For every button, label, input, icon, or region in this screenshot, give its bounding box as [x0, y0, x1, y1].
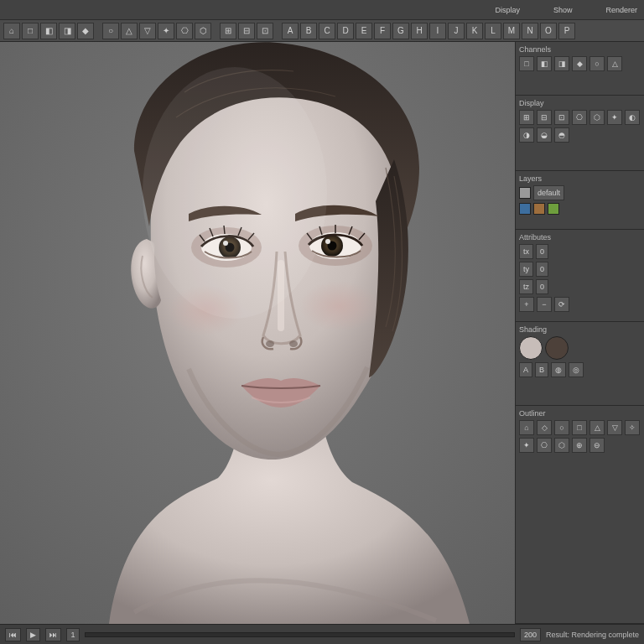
channel-button[interactable]: □	[519, 56, 534, 71]
shade-toggle[interactable]: ◍	[551, 362, 566, 377]
shelf-home-icon[interactable]: ⌂	[3, 23, 20, 39]
shelf-tool-p[interactable]: P	[558, 23, 575, 39]
panel-outliner: Outliner ⌂ ◇ ○ □ △ ▽ ✧ ✦ ⎔ ⬡ ⊕ ⊖	[516, 406, 644, 624]
menu-show[interactable]: Show	[553, 6, 573, 14]
top-menu-bar: Display Show Renderer	[0, 0, 644, 20]
shelf-tool-h[interactable]: H	[411, 23, 428, 39]
shelf-tool-b[interactable]: B	[300, 23, 317, 39]
svg-point-2	[299, 281, 380, 331]
channel-button[interactable]: ○	[589, 56, 605, 71]
shelf-split-right-icon[interactable]: ◨	[59, 23, 75, 39]
channel-button[interactable]: △	[607, 56, 622, 71]
panel-display: Display ⊞ ⊟ ⊡ ⎔ ⬡ ✦ ◐ ◑ ◒ ◓	[516, 96, 644, 171]
attr-button[interactable]: ⟳	[554, 297, 569, 312]
material-swatch[interactable]	[545, 336, 569, 360]
timeline-play-icon[interactable]: ▶	[26, 628, 40, 641]
layer-color-swatch[interactable]	[519, 203, 531, 215]
right-panel-dock: Channels □ ◧ ◨ ◆ ○ △ Display ⊞ ⊟ ⊡ ⎔ ⬡ ✦…	[515, 42, 644, 624]
outliner-item[interactable]: ✧	[625, 420, 640, 435]
attr-button[interactable]: −	[537, 297, 552, 312]
shelf-tool-m[interactable]: M	[503, 23, 520, 39]
shelf-diamond-icon[interactable]: ◆	[77, 23, 94, 39]
outliner-item[interactable]: ⎔	[537, 438, 552, 453]
shelf-grid-dot-icon[interactable]: ⊡	[257, 23, 273, 39]
shade-mode-b[interactable]: B	[535, 362, 548, 377]
viewport-3d[interactable]	[0, 42, 515, 624]
shelf-hex2-icon[interactable]: ⬡	[195, 23, 211, 39]
menu-renderer[interactable]: Renderer	[605, 6, 637, 14]
outliner-item[interactable]: ⊖	[589, 438, 605, 453]
layer-color-swatch[interactable]	[548, 203, 559, 215]
timeline-forward-icon[interactable]: ⏭	[45, 628, 61, 641]
shelf-tool-g[interactable]: G	[392, 23, 409, 39]
shade-mode-a[interactable]: A	[519, 362, 532, 377]
outliner-item[interactable]: ✦	[519, 438, 534, 453]
layer-visibility-icon[interactable]	[519, 187, 531, 199]
display-option[interactable]: ◒	[537, 127, 552, 143]
display-option[interactable]: ◑	[519, 127, 534, 143]
shelf-split-left-icon[interactable]: ◧	[40, 23, 57, 39]
svg-point-24	[289, 340, 298, 347]
shelf-toolbar: ⌂ □ ◧ ◨ ◆ ○ △ ▽ ✦ ⎔ ⬡ ⊞ ⊟ ⊡ A B C D E F …	[0, 20, 644, 42]
panel-title: Display	[519, 99, 641, 107]
display-option[interactable]: ◓	[554, 127, 569, 143]
outliner-item[interactable]: ▽	[607, 420, 622, 435]
attr-label-tz: tz	[519, 279, 533, 294]
outliner-item[interactable]: ○	[554, 420, 569, 435]
display-option[interactable]: ✦	[607, 110, 622, 125]
attr-button[interactable]: +	[519, 297, 534, 312]
frame-start-field[interactable]: 1	[66, 628, 80, 641]
shelf-tool-d[interactable]: D	[337, 23, 354, 39]
display-option[interactable]: ⊟	[537, 110, 552, 125]
status-bar: ⏮ ▶ ⏭ 1 200 Result: Rendering complete	[0, 624, 644, 644]
channel-button[interactable]: ◧	[537, 56, 552, 71]
shelf-tool-k[interactable]: K	[466, 23, 483, 39]
attr-value[interactable]: 0	[536, 244, 548, 259]
timeline-rewind-icon[interactable]: ⏮	[5, 628, 21, 641]
display-option[interactable]: ◐	[625, 110, 640, 125]
timeline-track[interactable]	[85, 632, 515, 637]
display-option[interactable]: ⎔	[572, 110, 587, 125]
shelf-tool-c[interactable]: C	[319, 23, 335, 39]
shelf-tool-a[interactable]: A	[282, 23, 299, 39]
shelf-star-icon[interactable]: ✦	[158, 23, 174, 39]
panel-title: Outliner	[519, 409, 641, 418]
display-option[interactable]: ⬡	[589, 110, 605, 125]
shelf-tool-e[interactable]: E	[356, 23, 372, 39]
outliner-item[interactable]: □	[572, 420, 587, 435]
svg-point-26	[143, 67, 327, 319]
attr-value[interactable]: 0	[536, 262, 548, 277]
shelf-tool-o[interactable]: O	[540, 23, 557, 39]
channel-button[interactable]: ◨	[554, 56, 569, 71]
shade-toggle[interactable]: ◎	[569, 362, 584, 377]
shelf-hex-icon[interactable]: ⎔	[176, 23, 193, 39]
material-swatch[interactable]	[519, 336, 543, 360]
shelf-tool-i[interactable]: I	[429, 23, 446, 39]
shelf-box-icon[interactable]: □	[22, 23, 39, 39]
shelf-tri-up-icon[interactable]: △	[121, 23, 138, 39]
display-option[interactable]: ⊞	[519, 110, 534, 125]
shelf-tool-j[interactable]: J	[448, 23, 465, 39]
attr-value[interactable]: 0	[536, 279, 548, 294]
shelf-grid-plus-icon[interactable]: ⊞	[220, 23, 236, 39]
panel-title: Attributes	[519, 233, 641, 242]
shelf-circle-icon[interactable]: ○	[102, 23, 119, 39]
menu-display[interactable]: Display	[495, 6, 520, 14]
layer-color-swatch[interactable]	[533, 203, 545, 215]
outliner-item[interactable]: ⌂	[519, 420, 534, 435]
shelf-tri-down-icon[interactable]: ▽	[139, 23, 156, 39]
layer-item[interactable]: default	[533, 185, 564, 200]
channel-button[interactable]: ◆	[572, 56, 587, 71]
outliner-item[interactable]: ⬡	[554, 438, 569, 453]
shelf-tool-f[interactable]: F	[374, 23, 391, 39]
shelf-tool-n[interactable]: N	[522, 23, 538, 39]
svg-point-23	[266, 340, 274, 347]
frame-end-field[interactable]: 200	[520, 628, 541, 641]
shelf-tool-l[interactable]: L	[485, 23, 501, 39]
outliner-item[interactable]: ◇	[537, 420, 552, 435]
display-option[interactable]: ⊡	[554, 110, 569, 125]
outliner-item[interactable]: △	[589, 420, 605, 435]
shelf-grid-minus-icon[interactable]: ⊟	[238, 23, 255, 39]
panel-title: Channels	[519, 45, 641, 54]
outliner-item[interactable]: ⊕	[572, 438, 587, 453]
